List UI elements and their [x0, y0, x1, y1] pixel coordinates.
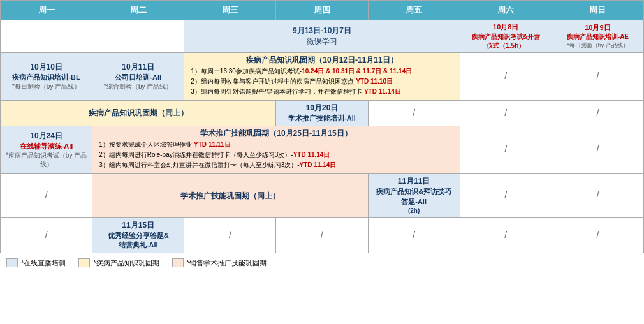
row2-saturday: /	[460, 52, 552, 101]
row6-saturday: /	[460, 217, 552, 253]
row6-friday: /	[368, 217, 460, 253]
row2-tuesday: 10月11日 公司日培训-All *综合测验（by 产品线）	[92, 52, 184, 101]
row4-tue-fri: 学术推广技能巩固期（10月25日-11月15日） 1）按要求完成个人区域管理作业…	[92, 126, 460, 174]
row3-friday: /	[368, 101, 460, 126]
row1-saturday: 10月8日 疾病产品知识考试&开营仪式（1.5h）	[460, 20, 552, 52]
row5-saturday: /	[460, 174, 552, 218]
legend-label-pink: *销售学术推广技能巩固期	[187, 258, 267, 268]
row6-thursday: /	[276, 217, 368, 253]
row6-tuesday: 11月15日 优秀经验分享答题&结营典礼-All	[92, 217, 184, 253]
row1-tuesday	[92, 20, 184, 52]
header-thursday: 周四	[276, 1, 368, 20]
row3-sunday: /	[552, 101, 643, 126]
row3-saturday: /	[460, 101, 552, 126]
legend-label-blue: *在线直播培训	[21, 258, 66, 268]
row2-wed-fri: 疾病产品知识巩固期（10月12日-11月11日） 1）每周一16:30参加疾病产…	[184, 52, 460, 101]
row1-monday	[1, 20, 92, 52]
legend-label-yellow: *疾病产品知识巩固期	[93, 258, 159, 268]
row3-thursday: 10月20日 学术推广技能培训-All	[276, 101, 368, 126]
row2-sunday: /	[552, 52, 643, 101]
legend-area: *在线直播培训 *疾病产品知识巩固期 *销售学术推广技能巩固期	[0, 253, 644, 273]
header-wednesday: 周三	[184, 1, 276, 20]
row1-wed-fri: 9月13日-10月7日 微课学习	[184, 20, 460, 52]
header-friday: 周五	[368, 1, 460, 20]
row3-mon-wed: 疾病产品知识巩固期（同上）	[1, 101, 276, 126]
row4-saturday: /	[460, 126, 552, 174]
legend-box-yellow	[78, 258, 90, 267]
header-tuesday: 周二	[92, 1, 184, 20]
header-saturday: 周六	[460, 1, 552, 20]
legend-disease: *疾病产品知识巩固期	[78, 258, 159, 268]
legend-online: *在线直播培训	[6, 258, 66, 268]
legend-box-pink	[172, 258, 184, 267]
row5-tue-thu: 学术推广技能巩固期（同上）	[92, 174, 368, 218]
legend-sales: *销售学术推广技能巩固期	[172, 258, 267, 268]
row6-monday: /	[1, 217, 92, 253]
header-monday: 周一	[1, 1, 92, 20]
row2-monday: 10月10日 疾病产品知识培训-BL *每日测验（by 产品线）	[1, 52, 92, 101]
row4-sunday: /	[552, 126, 643, 174]
row5-monday: /	[1, 174, 92, 218]
row6-sunday: /	[552, 217, 643, 253]
legend-box-blue	[6, 258, 18, 267]
row4-monday: 10月24日 在线辅导演练-All *疾病产品知识考试（by 产品线）	[1, 126, 92, 174]
row5-friday: 11月11日 疾病产品知识&拜访技巧答题-All (2h)	[368, 174, 460, 218]
row1-sunday: 10月9日 疾病产品知识培训-AE *每日测验（by 产品线）	[552, 20, 643, 52]
row6-wednesday: /	[184, 217, 276, 253]
header-sunday: 周日	[552, 1, 643, 20]
row5-sunday: /	[552, 174, 643, 218]
